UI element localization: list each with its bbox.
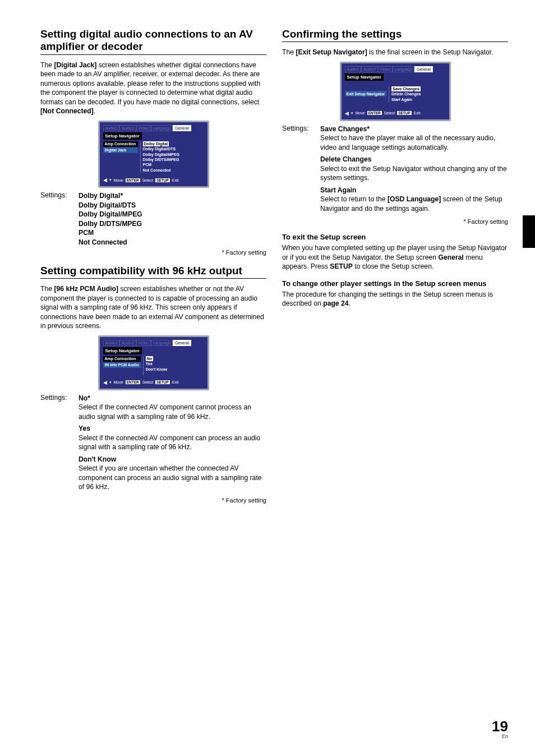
settings-label: Settings: bbox=[282, 125, 320, 216]
osd-tab: Audio2 bbox=[361, 66, 378, 72]
osd-screen: Audio1 Audio2 Video Language General Set… bbox=[340, 62, 451, 121]
osd-tab: Video bbox=[378, 66, 393, 72]
osd-exit-figure: Audio1 Audio2 Video Language General Set… bbox=[282, 62, 508, 121]
osd-tab: Audio2 bbox=[119, 340, 136, 346]
setting-option: Dolby Digital/DTS bbox=[79, 201, 266, 210]
subhead-change-other: To change other player settings in the S… bbox=[282, 279, 508, 288]
osd-title: Setup Navigator bbox=[103, 132, 142, 140]
page-number: 19 En bbox=[492, 719, 508, 739]
osd-tab: Audio1 bbox=[103, 125, 120, 131]
osd-left-row-selected: Exit Setup Navigator bbox=[345, 91, 386, 96]
factory-note: * Factory setting bbox=[282, 218, 508, 225]
osd-option: Dolby D/DTS/MPEG bbox=[143, 157, 204, 162]
settings-exit: Settings: Save Changes* Select to have t… bbox=[282, 125, 508, 216]
osd-tabs: Audio1 Audio2 Video Language General bbox=[103, 125, 204, 131]
osd-tab-active: General bbox=[173, 125, 191, 131]
osd-exit-label: Exit bbox=[172, 178, 179, 182]
osd-option-selected: No bbox=[146, 356, 153, 361]
term-not-connected: [Not Connected] bbox=[40, 107, 94, 115]
osd-left: Exit Setup Navigator bbox=[345, 91, 386, 97]
setup-chip: SETUP bbox=[155, 178, 170, 182]
text: Select to return to the bbox=[320, 195, 388, 203]
osd-move-label: Move bbox=[114, 178, 123, 182]
page-number-value: 19 bbox=[492, 719, 508, 734]
osd-left-row: Amp Connection bbox=[103, 141, 138, 147]
osd-option: Start Again bbox=[391, 97, 446, 102]
text: to close the Setup screen. bbox=[353, 262, 433, 270]
osd-screen: Audio1 Audio2 Video Language General Set… bbox=[98, 121, 209, 188]
osd-96khz-figure: Audio1 Audio2 Video Language General Set… bbox=[40, 335, 266, 390]
osd-option-selected: Dolby Digital bbox=[143, 141, 169, 146]
osd-left: Amp Connection 96 kHz PCM Audio bbox=[103, 356, 141, 375]
osd-body: Amp Connection Digital Jack Dolby Digita… bbox=[103, 141, 204, 173]
enter-chip: ENTER bbox=[367, 111, 382, 115]
osd-option-selected: Save Changes bbox=[391, 86, 421, 91]
setup-chip: SETUP bbox=[397, 111, 412, 115]
term-osd-language: [OSD Language] bbox=[388, 195, 441, 203]
factory-note: * Factory setting bbox=[40, 249, 266, 256]
osd-digital-jack-figure: Audio1 Audio2 Video Language General Set… bbox=[40, 121, 266, 188]
settings-digital-jack: Settings: Dolby Digital* Dolby Digital/D… bbox=[40, 191, 266, 247]
thumb-tab bbox=[523, 215, 535, 248]
setting-option: Dolby Digital* bbox=[79, 191, 266, 200]
text: The bbox=[282, 48, 296, 56]
down-arrow-icon: ▾ bbox=[351, 111, 353, 116]
osd-option: Dolby Digital/DTS bbox=[143, 146, 204, 151]
settings-values: Dolby Digital* Dolby Digital/DTS Dolby D… bbox=[79, 191, 266, 247]
text: is the final screen in the Setup Navigat… bbox=[367, 48, 494, 56]
osd-body: Exit Setup Navigator Save Changes Delete… bbox=[345, 82, 446, 106]
osd-tab: Video bbox=[136, 340, 151, 346]
osd-option: Yes bbox=[146, 361, 204, 366]
setting-option: Dolby D/DTS/MPEG bbox=[79, 219, 266, 228]
osd-tab: Language bbox=[151, 340, 173, 346]
settings-values: Save Changes* Select to have the player … bbox=[320, 125, 508, 216]
setting-desc: Select if the connected AV component can… bbox=[79, 434, 266, 452]
setting-desc: Select to exit the Setup Navigator witho… bbox=[320, 164, 508, 183]
left-column: Setting digital audio connections to an … bbox=[40, 28, 266, 504]
text: The bbox=[40, 61, 54, 69]
text: . bbox=[349, 299, 350, 307]
osd-left: Amp Connection Digital Jack bbox=[103, 141, 138, 173]
osd-option: PCM bbox=[143, 162, 204, 167]
settings-values: No* Select if the connected AV component… bbox=[79, 394, 266, 495]
osd-select-label: Select bbox=[142, 380, 153, 384]
osd-tab-active: General bbox=[173, 340, 191, 346]
osd-left-row: Amp Connection bbox=[103, 356, 141, 362]
osd-option: Not Connected bbox=[143, 168, 204, 173]
left-arrow-icon: ◀ bbox=[103, 380, 107, 385]
text: The procedure for changing the settings … bbox=[282, 291, 493, 307]
osd-option: Delete Changes bbox=[391, 91, 446, 96]
setting-desc: Select if you are uncertain whether the … bbox=[79, 464, 266, 491]
setting-option: Not Connected bbox=[79, 238, 266, 247]
para-exit-setup: When you have completed setting up the p… bbox=[282, 243, 508, 271]
osd-left-row-selected: Digital Jack bbox=[103, 147, 138, 153]
settings-label: Settings: bbox=[40, 191, 79, 247]
setting-desc: Select to have the player make all of th… bbox=[320, 133, 508, 152]
osd-title: Setup Navigator bbox=[345, 73, 384, 81]
down-arrow-icon: ▾ bbox=[109, 178, 112, 182]
enter-chip: ENTER bbox=[126, 178, 140, 182]
setting-option: PCM bbox=[79, 228, 266, 237]
osd-footer: ◀ ▾ Move ENTER Select SETUP Exit bbox=[103, 380, 204, 385]
osd-body: Amp Connection 96 kHz PCM Audio No Yes D… bbox=[103, 356, 204, 375]
enter-chip: ENTER bbox=[126, 380, 140, 384]
term-exit-setup-navigator: [Exit Setup Navigator] bbox=[296, 48, 367, 56]
osd-right: No Yes Don't Know bbox=[143, 356, 204, 375]
setting-option: Dolby Digital/MPEG bbox=[79, 210, 266, 219]
osd-footer: ◀ ▾ Move ENTER Select SETUP Exit bbox=[103, 177, 204, 183]
text: . bbox=[94, 107, 95, 115]
osd-select-label: Select bbox=[384, 111, 395, 115]
subhead-exit-setup: To exit the Setup screen bbox=[282, 233, 508, 241]
osd-left-row-selected: 96 kHz PCM Audio bbox=[103, 362, 141, 368]
term-page-24: page 24 bbox=[323, 299, 348, 307]
osd-tab-active: General bbox=[414, 66, 433, 72]
osd-option: Dolby Digital/MPEG bbox=[143, 152, 204, 157]
setting-option: No* bbox=[79, 394, 266, 403]
osd-tab: Audio1 bbox=[345, 66, 362, 72]
osd-tab: Language bbox=[151, 125, 173, 131]
osd-footer: ◀ ▾ Move ENTER Select SETUP Exit bbox=[345, 110, 446, 116]
para-exit-nav: The [Exit Setup Navigator] is the final … bbox=[282, 48, 508, 57]
osd-screen: Audio1 Audio2 Video Language General Set… bbox=[98, 335, 209, 390]
para-digital-jack: The [Digital Jack] screen establishes wh… bbox=[40, 61, 266, 116]
osd-tab: Audio2 bbox=[119, 125, 136, 131]
